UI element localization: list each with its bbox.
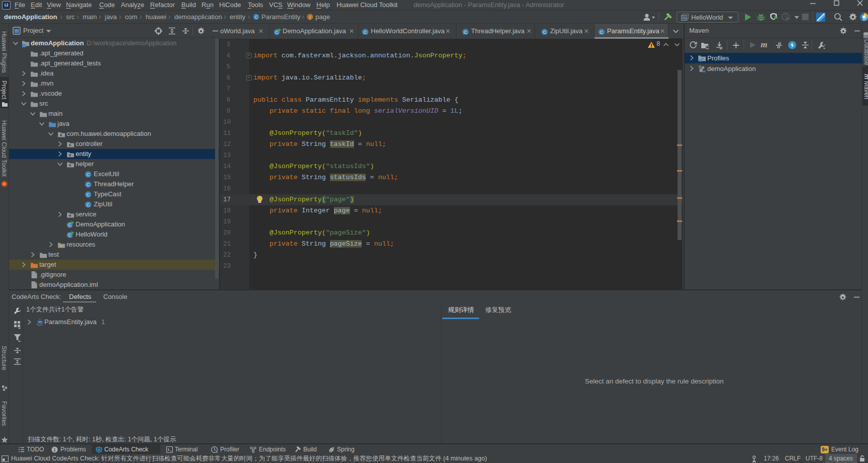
svg-text:m: m bbox=[702, 68, 706, 73]
svg-text:C: C bbox=[254, 15, 257, 20]
